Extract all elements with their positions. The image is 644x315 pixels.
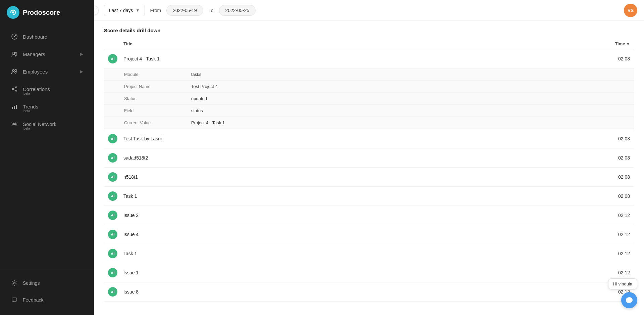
svg-point-16 [14, 123, 15, 125]
chat-widget: Hi vindula [608, 278, 637, 308]
sidebar-item-trends[interactable]: Trends beta [3, 98, 91, 115]
table-row[interactable]: Task 1 02:08 [104, 187, 634, 206]
table-row[interactable]: Issue 4 02:12 [104, 225, 634, 244]
detail-label: Module [104, 69, 171, 81]
date-range-chevron-icon: ▼ [136, 8, 140, 13]
task-icon [108, 134, 117, 143]
sidebar-collapse-button[interactable]: ‹ [94, 6, 99, 15]
svg-rect-48 [111, 253, 112, 255]
col-icon-header [104, 39, 119, 49]
row-time: 02:12 [463, 225, 634, 244]
table-row[interactable]: Task 1 02:12 [104, 244, 634, 263]
social-network-icon [11, 120, 18, 128]
row-icon-cell [104, 206, 119, 225]
svg-rect-32 [114, 137, 114, 140]
sidebar-item-dashboard-label: Dashboard [23, 34, 47, 40]
table-row[interactable]: n518t1 02:08 [104, 168, 634, 187]
row-time: 02:08 [463, 129, 634, 148]
col-title-header: Title [119, 39, 463, 49]
table-row[interactable]: Issue 8 02:12 [104, 282, 634, 302]
row-time: 02:08 [463, 148, 634, 168]
svg-rect-37 [112, 176, 113, 178]
table-row[interactable]: Issue 1 02:12 [104, 263, 634, 282]
detail-item: Module tasks [104, 69, 634, 81]
trends-beta-label: beta [23, 109, 30, 113]
svg-rect-54 [111, 291, 112, 293]
detail-label: Current Value [104, 117, 171, 129]
table-row[interactable]: Project 4 - Task 1 02:08 [104, 49, 634, 69]
task-icon [108, 268, 117, 277]
row-title: Issue 1 [119, 263, 463, 282]
row-title: Task 1 [119, 187, 463, 206]
svg-rect-53 [114, 271, 114, 274]
settings-icon [11, 279, 18, 287]
table-row[interactable]: Test Task by Lasni 02:08 [104, 129, 634, 148]
svg-rect-39 [111, 196, 112, 197]
svg-rect-29 [114, 57, 114, 60]
user-initials: VS [628, 8, 634, 13]
row-title: Test Task by Lasni [119, 129, 463, 148]
sidebar-item-employees-label: Employees [23, 69, 48, 75]
sidebar-item-feedback[interactable]: Feedback [3, 291, 91, 308]
svg-point-17 [12, 122, 13, 123]
sidebar-item-trends-label: Trends [23, 104, 38, 109]
sidebar-item-correlations[interactable]: Correlations beta [3, 81, 91, 97]
topbar-right: VS [624, 4, 637, 17]
date-range-selector[interactable]: Last 7 days ▼ [104, 5, 145, 16]
svg-rect-31 [112, 138, 113, 140]
svg-rect-47 [114, 233, 114, 235]
sidebar: Prodoscore Dashboard [0, 0, 94, 315]
col-time-header: Time ▼ [463, 39, 634, 49]
svg-point-19 [12, 125, 13, 126]
task-icon [108, 230, 117, 239]
table-header: Title Time ▼ [104, 39, 634, 49]
row-time: 02:08 [463, 187, 634, 206]
from-date-value: 2022-05-19 [173, 8, 197, 13]
table-row[interactable]: Issue 2 02:12 [104, 206, 634, 225]
sidebar-item-feedback-label: Feedback [23, 297, 43, 303]
svg-rect-27 [111, 58, 112, 60]
to-date-picker[interactable]: 2022-05-25 [219, 5, 256, 16]
svg-point-18 [16, 122, 17, 123]
svg-rect-30 [111, 138, 112, 140]
from-date-picker[interactable]: 2022-05-19 [166, 5, 203, 16]
svg-point-20 [16, 125, 17, 126]
row-icon-cell [104, 187, 119, 206]
row-icon-cell [104, 263, 119, 282]
table-row[interactable]: sadad518t2 02:08 [104, 148, 634, 168]
svg-point-6 [12, 70, 14, 72]
sidebar-item-dashboard[interactable]: Dashboard [3, 28, 91, 45]
svg-rect-41 [114, 194, 114, 197]
task-icon [108, 249, 117, 258]
svg-point-25 [14, 282, 15, 284]
svg-rect-45 [111, 234, 112, 235]
svg-rect-26 [12, 298, 17, 301]
row-icon-cell [104, 244, 119, 263]
svg-line-21 [13, 123, 14, 124]
sidebar-item-social-network[interactable]: Social Network beta [3, 116, 91, 132]
user-avatar[interactable]: VS [624, 4, 637, 17]
topbar: ‹ Last 7 days ▼ From 2022-05-19 To 2022-… [94, 0, 644, 21]
feedback-icon [11, 296, 18, 304]
score-table: Title Time ▼ [104, 39, 634, 302]
sidebar-item-employees[interactable]: Employees ▶ [3, 63, 91, 80]
detail-label: Project Name [104, 81, 171, 93]
detail-value: tasks [171, 69, 634, 81]
managers-icon [11, 50, 18, 58]
detail-item: Current Value Project 4 - Task 1 [104, 117, 634, 129]
svg-rect-52 [112, 272, 113, 274]
sidebar-item-managers[interactable]: Managers ▶ [3, 46, 91, 62]
detail-item: Field status [104, 105, 634, 117]
content-area: Score details drill down Title Time ▼ [94, 21, 644, 315]
svg-rect-46 [112, 233, 113, 235]
dashboard-icon [11, 33, 18, 40]
time-sort-icon: ▼ [626, 42, 630, 46]
svg-rect-50 [114, 252, 114, 255]
svg-line-22 [15, 123, 16, 124]
sidebar-item-settings[interactable]: Settings [3, 275, 91, 291]
row-title: Issue 2 [119, 206, 463, 225]
row-time: 02:12 [463, 206, 634, 225]
row-icon-cell [104, 225, 119, 244]
svg-rect-33 [111, 158, 112, 159]
chat-button[interactable] [621, 292, 637, 308]
